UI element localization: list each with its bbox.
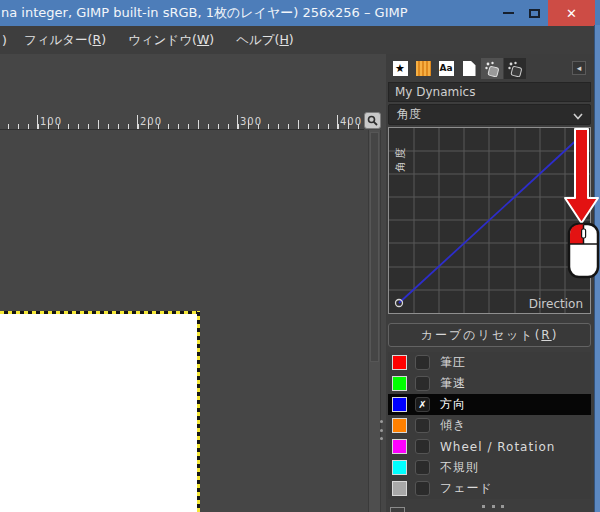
tab-dynamics-editor[interactable]	[504, 58, 526, 79]
tab-fonts[interactable]: Aa	[435, 58, 457, 79]
dock-splitter-grip[interactable]	[380, 420, 384, 440]
horizontal-ruler[interactable]: 100200300400	[0, 112, 364, 130]
dynamics-input-row[interactable]: 筆圧	[388, 352, 591, 373]
dynamics-input-row[interactable]: 不規則	[388, 457, 591, 478]
dynamics-dots-icon	[507, 61, 523, 77]
dynamics-icon	[484, 61, 500, 77]
input-label: 筆圧	[440, 354, 466, 371]
input-label: 筆速	[440, 375, 466, 392]
input-checkbox[interactable]	[415, 460, 430, 475]
tab-pattern[interactable]	[412, 58, 434, 79]
close-button[interactable]: ✕	[548, 0, 595, 26]
dynamics-name-header[interactable]: My Dynamics	[388, 82, 591, 102]
vertical-scrollbar[interactable]	[368, 130, 381, 512]
star-icon: ★	[393, 61, 408, 76]
input-checkbox[interactable]: ✗	[415, 397, 430, 412]
dynamics-input-row[interactable]: 傾き	[388, 415, 591, 436]
tab-document[interactable]	[458, 58, 480, 79]
maximize-button[interactable]	[522, 0, 546, 26]
tab-dynamics[interactable]	[481, 58, 503, 79]
gimp-window: na integer, GIMP built-in sRGB, 1枚のレイヤー)…	[0, 0, 600, 512]
input-label: 方向	[440, 396, 466, 413]
color-swatch	[392, 418, 407, 433]
color-swatch	[392, 376, 407, 391]
titlebar[interactable]: na integer, GIMP built-in sRGB, 1枚のレイヤー)…	[0, 0, 600, 26]
input-label: 不規則	[440, 459, 479, 476]
layer-boundary-top	[0, 311, 200, 314]
curve-y-axis-label: 角度	[393, 146, 408, 172]
curve-x-axis-label: Direction	[529, 297, 583, 311]
menu-item[interactable]: フィルター(R)	[13, 32, 117, 49]
menu-item-truncated[interactable]: )	[0, 33, 13, 48]
color-swatch	[392, 460, 407, 475]
paint-dynamics-dock: ★ Aa ◂ My Dynamics 角度	[386, 54, 594, 512]
paper-icon	[463, 61, 476, 76]
minimize-icon	[503, 12, 514, 14]
input-label: Wheel / Rotation	[440, 440, 555, 454]
clipped-swatch	[390, 507, 405, 512]
input-label: 傾き	[440, 417, 466, 434]
curve-grid	[389, 128, 590, 313]
fonts-icon: Aa	[439, 61, 454, 76]
color-swatch	[392, 355, 407, 370]
input-checkbox[interactable]	[415, 439, 430, 454]
minimize-button[interactable]	[496, 0, 520, 26]
layer-boundary-right	[197, 311, 200, 512]
curve-line	[399, 135, 582, 303]
reset-curve-button[interactable]: カーブのリセット(R)	[388, 323, 591, 347]
dynamics-input-list: 筆圧 筆速 ✗ 方向 傾き Wheel / Rotation	[388, 352, 591, 499]
dynamics-input-row[interactable]: フェード	[388, 478, 591, 499]
menu-item[interactable]: ヘルプ(H)	[225, 32, 305, 49]
dynamics-output-dropdown[interactable]: 角度	[388, 104, 591, 125]
chevron-down-icon	[572, 109, 584, 128]
menu-item[interactable]: ウィンドウ(W)	[117, 32, 225, 49]
dropdown-value: 角度	[397, 107, 421, 121]
input-checkbox[interactable]	[415, 355, 430, 370]
image-canvas[interactable]	[0, 313, 198, 512]
vertical-scrollbar-thumb[interactable]	[370, 132, 379, 362]
dynamics-input-row[interactable]: ✗ 方向	[388, 394, 591, 415]
color-swatch	[392, 481, 407, 496]
tab-star[interactable]: ★	[389, 58, 411, 79]
color-swatch	[392, 397, 407, 412]
zoom-follow-window-button[interactable]	[364, 112, 381, 129]
chevron-left-icon: ◂	[577, 63, 582, 73]
menu-items: フィルター(R)ウィンドウ(W)ヘルプ(H)	[13, 32, 305, 49]
color-swatch	[392, 439, 407, 454]
dynamics-input-row[interactable]: 筆速	[388, 373, 591, 394]
pattern-icon	[416, 61, 431, 76]
dynamics-input-row[interactable]: Wheel / Rotation	[388, 436, 591, 457]
dynamics-curve-editor[interactable]: 角度 Direction	[388, 127, 591, 314]
menubar: ) フィルター(R)ウィンドウ(W)ヘルプ(H)	[0, 26, 600, 54]
window-border-right	[594, 25, 600, 512]
dock-tabbar: ★ Aa	[389, 58, 526, 79]
input-checkbox[interactable]	[415, 481, 430, 496]
input-checkbox[interactable]	[415, 418, 430, 433]
window-title: na integer, GIMP built-in sRGB, 1枚のレイヤー)…	[1, 0, 489, 26]
magnifier-icon	[367, 115, 378, 126]
input-checkbox[interactable]	[415, 376, 430, 391]
dock-collapse-button[interactable]: ◂	[572, 61, 586, 75]
maximize-icon	[529, 9, 540, 18]
input-label: フェード	[440, 480, 493, 497]
panel-resize-grip[interactable]	[482, 505, 504, 508]
close-icon: ✕	[566, 6, 577, 21]
